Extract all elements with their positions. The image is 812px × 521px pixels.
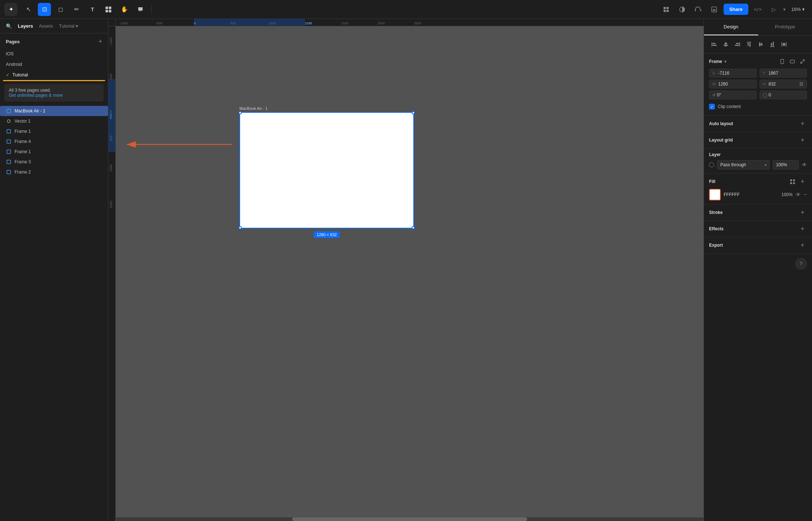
svg-rect-36 <box>783 43 785 46</box>
corner-field[interactable]: ◯ <box>760 91 807 99</box>
align-top-button[interactable] <box>744 39 754 49</box>
fill-color-swatch[interactable] <box>709 189 721 200</box>
canvas-area[interactable]: -1000 -500 0 500 1000 1280 1500 2000 250… <box>108 19 704 521</box>
rotation-input[interactable] <box>717 92 753 98</box>
move-tool-button[interactable]: ↖ <box>22 3 35 16</box>
align-center-h-button[interactable] <box>721 39 731 49</box>
help-button[interactable]: ? <box>795 258 807 270</box>
add-auto-layout-button[interactable]: + <box>798 119 807 128</box>
frame-landscape-icon[interactable] <box>788 57 797 66</box>
pen-tool-button[interactable]: ✏ <box>70 3 83 16</box>
layer-frame-2[interactable]: Frame 2 <box>0 167 108 177</box>
layer-macbook-air[interactable]: MacBook Air - 1 <box>0 106 108 116</box>
grid-icon-button[interactable] <box>660 3 673 16</box>
notifications-badge[interactable]: 41 <box>708 3 721 16</box>
distribute-h-button[interactable] <box>779 39 789 49</box>
h-scrollbar[interactable] <box>116 517 704 521</box>
w-field[interactable]: W <box>709 80 757 88</box>
code-button[interactable]: </> <box>751 3 764 16</box>
add-page-button[interactable]: + <box>98 38 102 45</box>
tab-layers[interactable]: Layers <box>18 22 33 30</box>
h-scrollbar-thumb[interactable] <box>292 517 527 521</box>
handle-top-left[interactable] <box>239 111 242 114</box>
hand-tool-button[interactable]: ✋ <box>118 3 131 16</box>
handle-bottom-left[interactable] <box>239 226 242 229</box>
ruler-v-tick-2000: 2000 <box>109 201 113 208</box>
svg-rect-21 <box>724 45 728 46</box>
layer-frame-1b[interactable]: Frame 1 <box>0 147 108 157</box>
rotation-field[interactable]: ↺ <box>709 91 757 99</box>
align-right-button[interactable] <box>732 39 743 49</box>
w-input[interactable] <box>718 81 753 87</box>
layer-frame-3[interactable]: Frame 3 <box>0 157 108 167</box>
play-button[interactable]: ▷ <box>767 3 780 16</box>
layer-frame-1a[interactable]: Frame 1 <box>0 126 108 136</box>
upgrade-link[interactable]: Get unlimited pages & more <box>9 93 99 98</box>
layer-frame-4[interactable]: Frame 4 <box>0 136 108 147</box>
page-tutorial[interactable]: ✓ Tutorial <box>0 69 108 80</box>
handle-top-right[interactable] <box>412 111 415 114</box>
h-field[interactable]: H ⛓ <box>760 80 807 88</box>
svg-rect-2 <box>106 10 108 12</box>
opacity-input[interactable] <box>776 162 789 167</box>
svg-text:41: 41 <box>712 8 716 12</box>
fill-grid-button[interactable] <box>788 177 797 186</box>
share-button[interactable]: Share <box>724 4 748 15</box>
svg-rect-25 <box>747 42 751 43</box>
handle-bottom-right[interactable] <box>412 226 415 229</box>
frame-portrait-icon[interactable] <box>778 57 787 66</box>
zoom-control[interactable]: 16% ▾ <box>788 7 808 12</box>
opacity-field[interactable] <box>773 160 799 170</box>
fill-title: Fill <box>709 179 715 184</box>
add-fill-button[interactable]: + <box>798 177 807 186</box>
contrast-icon-button[interactable] <box>676 3 689 16</box>
text-tool-button[interactable]: T <box>86 3 99 16</box>
ruler-corner <box>108 19 116 26</box>
frame-dropdown-chevron[interactable]: ▾ <box>724 59 727 64</box>
clip-content-checkbox[interactable]: ✓ <box>709 104 715 110</box>
add-export-button[interactable]: + <box>798 241 807 250</box>
align-bottom-button[interactable] <box>767 39 777 49</box>
layout-grid-section[interactable]: Layout grid + <box>704 132 812 148</box>
clip-content-label: Clip content <box>718 104 741 109</box>
svg-rect-41 <box>790 182 792 184</box>
y-input[interactable]: 1867 <box>769 71 804 76</box>
y-field[interactable]: Y 1867 <box>760 69 807 77</box>
tab-tutorial[interactable]: Tutorial ▾ <box>59 22 78 30</box>
frame-resize-icon[interactable] <box>798 57 807 66</box>
align-middle-button[interactable] <box>756 39 766 49</box>
svg-rect-38 <box>790 60 795 63</box>
fill-visibility-button[interactable]: 👁 <box>796 192 801 198</box>
corner-input[interactable] <box>769 92 804 98</box>
stroke-title: Stroke <box>709 210 723 215</box>
blend-mode-select[interactable]: Pass through ▾ <box>717 160 770 170</box>
auto-layout-section[interactable]: Auto layout + <box>704 116 812 132</box>
layer-vector-1[interactable]: Vector 1 <box>0 116 108 126</box>
audio-icon-button[interactable] <box>692 3 705 16</box>
remove-fill-button[interactable]: − <box>804 191 807 198</box>
add-effects-button[interactable]: + <box>798 224 807 233</box>
tab-design[interactable]: Design <box>704 19 758 35</box>
search-icon[interactable]: 🔍 <box>6 23 12 29</box>
components-tool-button[interactable] <box>102 3 115 16</box>
blend-mode-chevron: ▾ <box>765 163 767 167</box>
x-field[interactable]: X -7116 <box>709 69 757 77</box>
frame-box[interactable]: 1280 × 832 <box>239 112 414 228</box>
page-ios[interactable]: iOS <box>0 48 108 59</box>
shape-tool-button[interactable]: ◻ <box>54 3 67 16</box>
app-logo[interactable]: ✦ <box>4 3 17 16</box>
x-input[interactable]: -7116 <box>718 71 753 76</box>
page-android[interactable]: Android <box>0 59 108 69</box>
tab-prototype[interactable]: Prototype <box>758 19 812 35</box>
comment-tool-button[interactable] <box>134 3 147 16</box>
layer-visibility-button[interactable]: 👁 <box>802 162 807 168</box>
frame-tool-button[interactable]: ⊡ <box>38 3 51 16</box>
canvas-frame[interactable]: MacBook Air - 1 1280 × 832 <box>239 106 414 228</box>
add-stroke-button[interactable]: + <box>798 208 807 217</box>
h-input[interactable] <box>769 81 798 87</box>
tab-assets[interactable]: Assets <box>39 22 53 30</box>
add-layout-grid-button[interactable]: + <box>798 136 807 144</box>
link-dimensions-icon[interactable]: ⛓ <box>799 81 804 87</box>
align-left-button[interactable] <box>709 39 719 49</box>
rotation-row: ↺ ◯ <box>709 91 807 99</box>
